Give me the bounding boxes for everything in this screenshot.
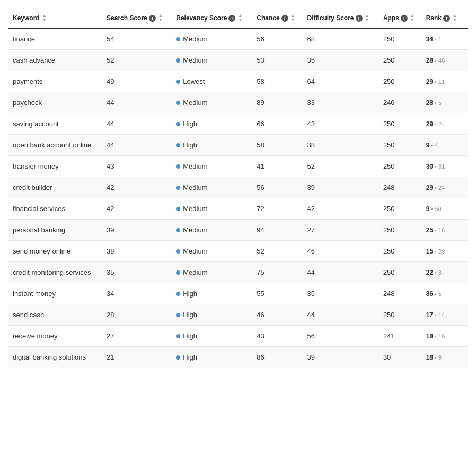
rank-info-icon[interactable]: i xyxy=(443,15,450,22)
rank-cell: 18 ▪ 9 xyxy=(422,347,468,368)
search-score-cell: 28 xyxy=(102,304,172,326)
chance-cell: 66 xyxy=(252,114,303,135)
col-header-search-score[interactable]: Search Score i ▲ ▼ xyxy=(102,8,172,28)
relevancy-dot xyxy=(176,355,180,360)
relevancy-score-cell: High xyxy=(172,135,252,156)
table-header-row: Keyword ▲ ▼ Search Score i xyxy=(8,8,468,28)
rank-change: 48 xyxy=(438,57,445,64)
rank-change: 29 xyxy=(438,248,445,255)
rank-separator: ▪ xyxy=(433,333,438,339)
difficulty-score-cell: 42 xyxy=(303,198,379,220)
col-label-chance: Chance xyxy=(257,14,279,22)
rank-cell: 25 ▪ 16 xyxy=(422,220,468,241)
rank-cell: 29 ▪ 11 xyxy=(422,71,468,92)
difficulty-score-cell: 43 xyxy=(303,114,379,135)
relevancy-dot xyxy=(176,164,180,169)
rank-current: 18 xyxy=(426,333,433,340)
table-row: financial services42Medium72422509 ▪ 50 xyxy=(8,198,468,220)
col-header-difficulty-score[interactable]: Difficulty Score i ▲ ▼ xyxy=(303,8,379,28)
relevancy-label: Medium xyxy=(183,162,207,170)
col-header-relevancy-score[interactable]: Relevancy Score i ▲ ▼ xyxy=(172,8,252,28)
search-score-cell: 44 xyxy=(102,114,172,135)
relevancy-dot xyxy=(176,122,180,126)
difficulty-score-info-icon[interactable]: i xyxy=(356,15,363,22)
keyword-cell: open bank account online xyxy=(8,135,102,156)
chance-cell: 94 xyxy=(252,220,303,241)
relevancy-dot xyxy=(176,101,180,105)
table-row: send cash28High464425017 ▪ 14 xyxy=(8,304,468,326)
col-label-difficulty-score: Difficulty Score xyxy=(307,14,354,22)
relevancy-dot xyxy=(176,249,180,254)
rank-cell: 28 ▪ 5 xyxy=(422,92,468,114)
difficulty-score-cell: 46 xyxy=(303,241,379,262)
rank-change: 5 xyxy=(438,100,442,106)
difficulty-score-cell: 64 xyxy=(303,71,379,92)
relevancy-score-cell: High xyxy=(172,283,252,304)
rank-current: 29 xyxy=(426,78,433,85)
relevancy-label: Medium xyxy=(183,247,207,255)
relevancy-label: Lowest xyxy=(183,77,205,85)
rank-cell: 28 ▪ 48 xyxy=(422,50,468,71)
col-header-chance[interactable]: Chance i ▲ ▼ xyxy=(252,8,303,28)
table-row: open bank account online44High58382509 ▪… xyxy=(8,135,468,156)
rank-cell: 29 ▪ 24 xyxy=(422,114,468,135)
col-header-keyword[interactable]: Keyword ▲ ▼ xyxy=(8,8,102,28)
search-score-cell: 27 xyxy=(102,326,172,347)
rank-separator: ▪ xyxy=(429,142,435,149)
col-header-apps[interactable]: Apps i ▲ ▼ xyxy=(379,8,422,28)
search-score-cell: 49 xyxy=(102,71,172,92)
table-row: payments49Lowest586425029 ▪ 11 xyxy=(8,71,468,92)
difficulty-score-cell: 52 xyxy=(303,156,379,177)
relevancy-score-cell: High xyxy=(172,114,252,135)
relevancy-score-info-icon[interactable]: i xyxy=(228,15,235,22)
apps-cell: 241 xyxy=(379,326,422,347)
apps-cell: 250 xyxy=(379,28,422,50)
rank-current: 28 xyxy=(426,99,433,107)
rank-cell: 34 ▪ 1 xyxy=(422,28,468,50)
keyword-cell: send money online xyxy=(8,241,102,262)
keywords-table: Keyword ▲ ▼ Search Score i xyxy=(8,8,468,368)
chance-cell: 43 xyxy=(252,326,303,347)
col-label-rank: Rank xyxy=(426,14,442,22)
rank-change: 16 xyxy=(438,333,445,339)
table-container: Keyword ▲ ▼ Search Score i xyxy=(0,0,476,377)
rank-cell: 22 ▪ 8 xyxy=(422,262,468,283)
chance-cell: 86 xyxy=(252,347,303,368)
search-score-cell: 43 xyxy=(102,156,172,177)
rank-cell: 9 ▪ 4 xyxy=(422,135,468,156)
col-header-rank[interactable]: Rank i ▲ ▼ xyxy=(422,8,468,28)
relevancy-score-cell: Medium xyxy=(172,262,252,283)
relevancy-score-cell: High xyxy=(172,347,252,368)
table-row: instant money34High553524886 ▪ 5 xyxy=(8,283,468,304)
rank-cell: 18 ▪ 16 xyxy=(422,326,468,347)
apps-cell: 250 xyxy=(379,71,422,92)
relevancy-label: Medium xyxy=(183,226,207,234)
chance-info-icon[interactable]: i xyxy=(281,15,288,22)
relevancy-score-cell: High xyxy=(172,326,252,347)
difficulty-score-cell: 44 xyxy=(303,304,379,326)
relevancy-score-cell: Medium xyxy=(172,156,252,177)
apps-cell: 250 xyxy=(379,50,422,71)
rank-separator: ▪ xyxy=(433,354,438,361)
table-row: saving account44High664325029 ▪ 24 xyxy=(8,114,468,135)
difficulty-score-cell: 38 xyxy=(303,135,379,156)
rank-separator: ▪ xyxy=(433,248,438,255)
apps-cell: 250 xyxy=(379,262,422,283)
relevancy-label: Medium xyxy=(183,99,207,107)
sort-arrows-search-score: ▲ ▼ xyxy=(158,14,163,22)
rank-cell: 30 ▪ 31 xyxy=(422,156,468,177)
search-score-cell: 38 xyxy=(102,241,172,262)
apps-cell: 250 xyxy=(379,114,422,135)
relevancy-dot xyxy=(176,37,180,41)
relevancy-label: Medium xyxy=(183,35,207,43)
difficulty-score-cell: 35 xyxy=(303,283,379,304)
relevancy-label: High xyxy=(183,290,197,298)
relevancy-score-cell: Medium xyxy=(172,50,252,71)
sort-arrows-difficulty-score: ▲ ▼ xyxy=(365,14,369,22)
chance-cell: 58 xyxy=(252,71,303,92)
apps-info-icon[interactable]: i xyxy=(401,15,408,22)
keyword-cell: personal banking xyxy=(8,220,102,241)
apps-cell: 248 xyxy=(379,177,422,198)
difficulty-score-cell: 33 xyxy=(303,92,379,114)
search-score-info-icon[interactable]: i xyxy=(149,15,156,22)
